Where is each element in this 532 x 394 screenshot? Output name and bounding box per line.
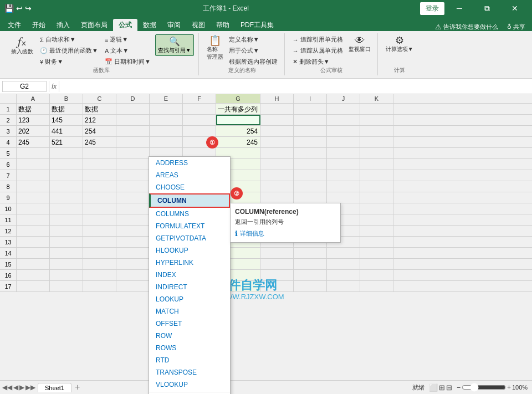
cell[interactable] [83,270,116,280]
insert-function-button[interactable]: 𝑓ₓ 插入函数 [9,34,35,57]
name-box[interactable] [2,81,47,92]
menu-item-column[interactable]: COLUMN [149,193,230,208]
cell-G4[interactable]: 245 [216,137,260,147]
cell[interactable] [360,181,393,192]
add-sheet-button[interactable]: + [71,382,83,392]
cell-K1[interactable] [360,104,393,114]
cell[interactable] [17,237,50,247]
cell[interactable] [116,226,150,236]
cell[interactable] [50,148,83,158]
cell[interactable] [17,148,50,158]
cell[interactable] [17,181,50,192]
cell[interactable] [294,248,327,258]
cell-E4[interactable] [150,137,183,147]
cell[interactable] [294,270,327,280]
cell-B4[interactable]: 521 [50,137,83,147]
cell-G1[interactable]: 一共有多少列 [216,104,260,114]
tooltip-details-link[interactable]: ℹ 详细信息 [235,229,336,238]
tab-pdf[interactable]: PDF工具集 [235,19,279,31]
menu-item-columns[interactable]: COLUMNS [149,208,230,220]
insert-function-menu-item[interactable]: 𝑓ₓ 插入函数(F)... [149,392,230,394]
cell[interactable] [17,281,50,291]
create-from-selection-button[interactable]: 根据所选内容创建 [227,57,280,67]
menu-item-match[interactable]: MATCH [149,305,230,318]
cell-I3[interactable] [294,126,327,136]
menu-item-address[interactable]: ADDRESS [149,157,230,169]
cell[interactable] [83,237,116,247]
login-button[interactable]: 登录 [420,2,444,15]
cell[interactable] [83,203,116,214]
cell-A3[interactable]: 202 [17,126,50,136]
cell[interactable] [50,259,83,269]
cell[interactable] [260,181,294,192]
cell-A1[interactable]: 数据 [17,104,50,114]
cell[interactable] [116,148,150,158]
cell-G2[interactable] [216,115,260,125]
save-icon[interactable]: 💾 [4,4,14,13]
menu-item-choose[interactable]: CHOOSE [149,181,230,193]
menu-item-transpose[interactable]: TRANSPOSE [149,366,230,378]
cell[interactable] [50,226,83,236]
cell[interactable] [360,281,393,291]
menu-item-areas[interactable]: AREAS [149,169,230,181]
cell[interactable] [116,237,150,247]
cell-I2[interactable] [294,115,327,125]
tab-view[interactable]: 视图 [186,19,211,31]
cell-H4[interactable] [260,137,294,147]
share-button[interactable]: ♁ 共享 [503,23,530,31]
cell[interactable] [50,181,83,192]
cell[interactable] [50,170,83,181]
tab-page-layout[interactable]: 页面布局 [75,19,113,31]
cell[interactable] [116,281,150,291]
cell-K4[interactable] [360,137,393,147]
cell[interactable] [116,203,150,214]
cell-I1[interactable] [294,104,327,114]
cell[interactable] [260,148,294,158]
scroll-prev-sheet[interactable]: ◀ [13,383,18,391]
cell[interactable] [83,248,116,258]
cell[interactable] [116,259,150,269]
tab-home[interactable]: 开始 [27,19,51,31]
cell[interactable] [294,148,327,158]
menu-item-rows[interactable]: ROWS [149,342,230,354]
cell-E1[interactable] [150,104,183,114]
cell[interactable] [116,192,150,203]
cell[interactable] [50,281,83,291]
cell[interactable] [360,203,393,214]
minimize-button[interactable]: ─ [447,0,472,17]
cell[interactable] [50,192,83,203]
datetime-button[interactable]: 📅 日期和时间▼ [103,57,153,67]
zoom-slider[interactable] [462,383,506,392]
tab-insert[interactable]: 插入 [51,19,75,31]
cell[interactable] [327,170,360,181]
cell[interactable] [83,159,116,170]
cell[interactable] [83,281,116,291]
cell[interactable] [116,248,150,258]
cell-D3[interactable] [116,126,150,136]
cell-C4[interactable]: 245 [83,137,116,147]
tab-file[interactable]: 文件 [2,19,27,31]
cell[interactable] [360,170,393,181]
cell[interactable] [260,270,294,280]
cell[interactable] [83,148,116,158]
cell[interactable] [50,270,83,280]
cell[interactable] [260,281,294,291]
cell[interactable] [83,181,116,192]
cell[interactable] [83,214,116,225]
zoom-out-button[interactable]: − [457,383,461,391]
menu-item-lookup[interactable]: LOOKUP [149,293,230,305]
cell-I4[interactable] [294,137,327,147]
menu-item-getpivotdata[interactable]: GETPIVOTDATA [149,232,230,244]
cell-K2[interactable] [360,115,393,125]
menu-item-hlookup[interactable]: HLOOKUP [149,244,230,257]
notify-area[interactable]: ⚠ 告诉我你想要做什么 [431,23,503,31]
cell[interactable] [83,259,116,269]
logic-button[interactable]: ≡ 逻辑▼ [103,34,153,45]
zoom-in-button[interactable]: + [507,383,511,391]
cell[interactable] [17,259,50,269]
cell[interactable] [327,248,360,258]
cell-C1[interactable]: 数据 [83,104,116,114]
cell-B3[interactable]: 441 [50,126,83,136]
restore-button[interactable]: ⧉ [474,0,500,17]
menu-item-indirect[interactable]: INDIRECT [149,281,230,293]
